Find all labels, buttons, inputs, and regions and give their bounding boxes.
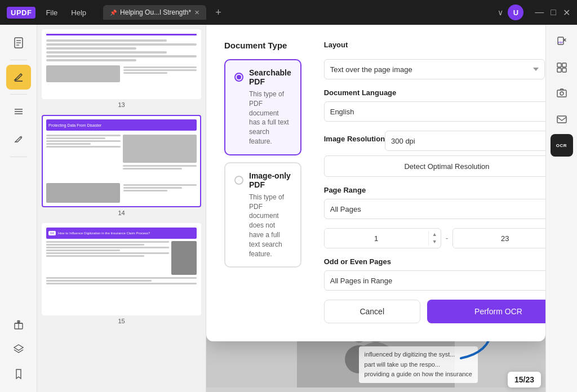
right-icon-pdf-convert[interactable]: PDF — [551, 30, 573, 53]
resolution-select[interactable]: 300 dpi 150 dpi 72 dpi 600 dpi — [385, 131, 545, 151]
thumb-img-15: 04 How to Influence Digitization in the … — [42, 223, 201, 315]
searchable-pdf-header: Searchable PDF — [234, 68, 291, 86]
svg-rect-22 — [557, 90, 566, 97]
add-tab-button[interactable]: + — [211, 7, 226, 19]
window-controls: — □ ✕ — [528, 7, 570, 18]
sidebar-icon-bookmark[interactable] — [6, 362, 31, 386]
sidebar-divider-1 — [10, 60, 27, 60]
image-only-pdf-name: Image-only PDF — [249, 171, 291, 189]
thumbnail-14[interactable]: Protecting Data From Disaster — [42, 115, 201, 216]
thumb-line — [46, 59, 136, 61]
right-icon-ocr[interactable]: OCR — [551, 134, 573, 157]
range-end-input[interactable]: 23 — [453, 229, 545, 248]
right-icon-envelope[interactable] — [551, 108, 573, 131]
maximize-button[interactable]: □ — [551, 7, 556, 17]
detect-resolution-button[interactable]: Detect Optimal Resolution — [324, 155, 545, 177]
tab-close-icon[interactable]: ✕ — [194, 9, 199, 16]
page-range-select[interactable]: All Pages Custom Range — [324, 199, 545, 219]
svg-rect-21 — [562, 68, 566, 72]
range-start-input[interactable]: 1 — [325, 229, 428, 248]
ocr-doc-type-section: Document Type Searchable PDF This type o… — [224, 41, 301, 323]
searchable-pdf-option[interactable]: Searchable PDF This type of PDF document… — [224, 59, 301, 155]
page-text-line-3: providing a guide on how the insurance — [365, 369, 472, 380]
page-range-select-row: All Pages Custom Range — [324, 199, 545, 219]
sidebar-icon-list[interactable] — [6, 99, 31, 124]
sidebar-icon-gift[interactable] — [6, 312, 31, 337]
sidebar-divider-3 — [10, 157, 27, 157]
thumb-label-14: 14 — [42, 210, 201, 216]
image-only-pdf-desc: This type of PDF document does not have … — [234, 193, 291, 259]
svg-rect-20 — [557, 68, 561, 72]
perform-ocr-button[interactable]: Perform OCR — [427, 300, 545, 323]
action-row: Cancel Perform OCR — [324, 300, 545, 323]
thumb-text-block-15 — [46, 241, 169, 275]
thumb-page-15-cols — [46, 241, 197, 275]
right-icon-scan[interactable] — [551, 56, 573, 79]
svg-rect-18 — [557, 63, 561, 67]
menu-file[interactable]: File — [40, 6, 63, 19]
radio-inner-searchable — [237, 75, 241, 79]
thumbnail-panel: 13 Protecting Data From Disaster — [37, 25, 206, 392]
app-logo: UPDF — [7, 7, 35, 19]
thumb-content-15: 04 How to Influence Digitization in the … — [43, 224, 200, 314]
range-row: 1 ▲ ▼ - 23 ▲ ▼ — [324, 228, 545, 248]
ocr-icon-label: OCR — [556, 143, 567, 148]
thumbnail-15[interactable]: 04 How to Influence Digitization in the … — [42, 223, 201, 324]
left-sidebar — [0, 25, 37, 392]
range-start-input-container: 1 ▲ ▼ — [324, 228, 441, 248]
content-area: Document Type Searchable PDF This type o… — [206, 25, 545, 392]
thumb-img-14: Protecting Data From Disaster — [42, 115, 201, 207]
searchable-pdf-desc: This type of PDF document has a full tex… — [234, 90, 291, 146]
radio-image-only — [234, 176, 243, 185]
thumbnail-13[interactable]: 13 — [42, 29, 201, 108]
layout-header: Layout ? — [324, 41, 545, 54]
thumb-image-block — [123, 135, 197, 163]
odd-even-select[interactable]: All Pages in Range Odd Pages Even Pages — [324, 270, 545, 291]
page-counter-badge: 15/23 — [508, 372, 541, 387]
page-range-title: Page Range — [324, 186, 545, 194]
sidebar-icon-edit[interactable] — [6, 127, 31, 152]
image-only-pdf-header: Image-only PDF — [234, 171, 291, 189]
range-start-stepper: ▲ ▼ — [428, 231, 441, 246]
radio-searchable — [234, 73, 243, 82]
thumb-two-col-14 — [46, 135, 197, 179]
minimize-button[interactable]: — — [535, 7, 544, 17]
sidebar-icon-layers[interactable] — [6, 337, 31, 362]
thumb-line — [46, 39, 167, 42]
right-icon-photo[interactable] — [551, 82, 573, 105]
range-end-input-container: 23 ▲ ▼ — [452, 228, 545, 248]
language-select[interactable]: English French German Spanish — [324, 101, 545, 122]
range-start-up[interactable]: ▲ — [431, 231, 438, 238]
sidebar-icon-highlight[interactable] — [6, 65, 31, 90]
doc-language-title: Document Language — [324, 88, 545, 97]
sidebar-icon-document[interactable] — [6, 30, 31, 55]
thumb-line — [46, 51, 167, 54]
main-layout: 13 Protecting Data From Disaster — [0, 25, 577, 392]
thumb-line — [46, 47, 136, 50]
tabs-dropdown[interactable]: ∨ — [498, 8, 503, 17]
range-start-down[interactable]: ▼ — [431, 238, 438, 246]
thumb-accent-13 — [46, 34, 197, 35]
ocr-dialog-inner: Document Type Searchable PDF This type o… — [224, 41, 527, 323]
layout-title: Layout — [324, 41, 348, 49]
avatar[interactable]: U — [508, 5, 523, 20]
titlebar: UPDF File Help 📌 Helping Ou...l Strength… — [0, 0, 577, 25]
resolution-row: Image Resolution 300 dpi 150 dpi 72 dpi … — [324, 131, 545, 151]
image-only-pdf-option[interactable]: Image-only PDF This type of PDF document… — [224, 162, 301, 268]
thumb-col-right — [123, 135, 197, 179]
language-select-row: English French German Spanish — [324, 101, 545, 122]
thumb-col-left — [46, 135, 121, 179]
layout-select[interactable]: Text over the page image Text under the … — [324, 59, 545, 79]
tab-pin-icon: 📌 — [110, 10, 117, 16]
odd-even-select-row: All Pages in Range Odd Pages Even Pages — [324, 270, 545, 291]
ocr-settings-section: Layout ? Text over the page image Text u… — [324, 41, 545, 323]
right-sidebar: PDF OCR — [545, 25, 577, 392]
menu-bar: File Help — [40, 6, 92, 19]
active-tab[interactable]: 📌 Helping Ou...l Strength* ✕ — [103, 5, 206, 20]
menu-help[interactable]: Help — [65, 6, 92, 19]
sidebar-bottom — [6, 312, 31, 386]
ocr-dialog: Document Type Searchable PDF This type o… — [206, 25, 545, 341]
cancel-button[interactable]: Cancel — [324, 300, 420, 323]
thumb-img-13 — [42, 29, 201, 99]
close-button[interactable]: ✕ — [563, 7, 570, 18]
